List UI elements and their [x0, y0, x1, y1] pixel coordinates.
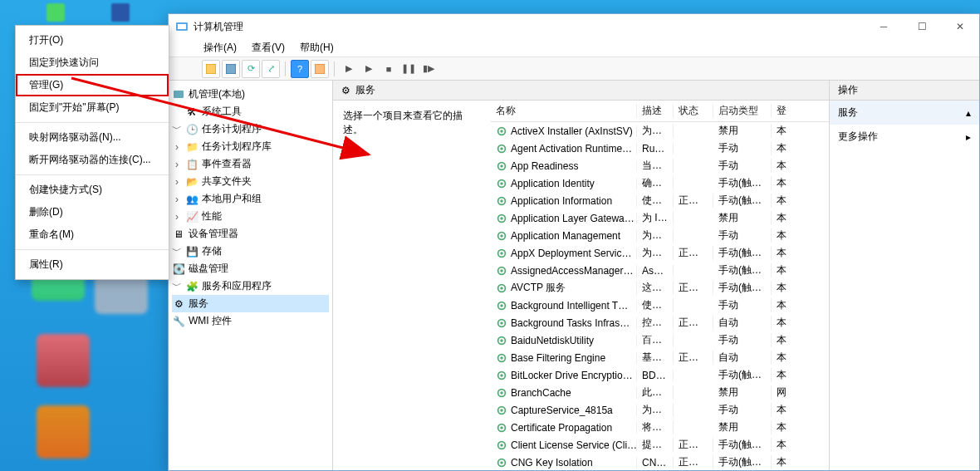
ctx-properties[interactable]: 属性(R): [16, 253, 169, 276]
tree-shared[interactable]: ›📂共享文件夹: [172, 173, 329, 190]
tb-properties[interactable]: [202, 60, 220, 78]
tree-services[interactable]: ⚙服务: [172, 295, 329, 312]
maximize-button[interactable]: ☐: [903, 14, 941, 39]
service-row[interactable]: Application Identity确定…手动(触发…本: [491, 174, 829, 192]
menubar: 操作(A) 查看(V) 帮助(H): [169, 39, 979, 57]
ctx-rename[interactable]: 重命名(M): [16, 223, 169, 246]
menu-action[interactable]: 操作(A): [203, 41, 237, 55]
service-row[interactable]: Agent Activation Runtime…Runt…手动本: [491, 140, 829, 157]
gear-icon: ⚙: [341, 85, 350, 96]
svg-point-32: [500, 339, 503, 342]
tree-tasksched[interactable]: ﹀🕒任务计划程序: [172, 120, 329, 138]
actions-section-services[interactable]: 服务▴: [830, 101, 979, 125]
minimize-button[interactable]: ─: [865, 14, 903, 39]
column-headers[interactable]: 名称 描述 状态 启动类型 登: [491, 101, 829, 122]
ctx-disconnect-net[interactable]: 断开网络驱动器的连接(C)...: [16, 149, 169, 171]
ctx-open[interactable]: 打开(O): [16, 29, 169, 52]
taskbar-icon-wechat: [47, 3, 65, 22]
ctx-pin-start[interactable]: 固定到"开始"屏幕(P): [16, 96, 169, 119]
ctx-create-shortcut[interactable]: 创建快捷方式(S): [16, 179, 169, 201]
tb-pause[interactable]: ❚❚: [399, 60, 418, 78]
service-row[interactable]: AVCTP 服务这是…正在…手动(触发…本: [491, 279, 829, 297]
gear-icon: [496, 230, 507, 242]
tree-tasksched-lib[interactable]: ›📁任务计划程序库: [172, 138, 329, 155]
ctx-delete[interactable]: 删除(D): [16, 201, 169, 223]
svg-point-10: [500, 147, 503, 150]
tree-svcapps[interactable]: ﹀🧩服务和应用程序: [172, 277, 329, 295]
svg-point-8: [500, 130, 503, 133]
tree-diskmgmt[interactable]: 💽磁盘管理: [172, 260, 329, 277]
service-row[interactable]: BranchCache此服…禁用网: [491, 384, 829, 401]
tb-play2[interactable]: ▶: [360, 60, 378, 78]
ctx-sep: [16, 249, 169, 250]
ctx-manage[interactable]: 管理(G): [16, 74, 169, 96]
svg-rect-3: [206, 64, 216, 74]
nav-tree[interactable]: 机管理(本地) 🛠系统工具 ﹀🕒任务计划程序 ›📁任务计划程序库 ›📋事件查看器…: [169, 81, 333, 470]
svg-point-40: [500, 409, 503, 412]
service-row[interactable]: Certificate Propagation将用…禁用本: [491, 419, 829, 436]
service-row[interactable]: Application Layer Gatewa…为 In…禁用本: [491, 209, 829, 227]
actions-more[interactable]: 更多操作▸: [830, 125, 979, 149]
close-button[interactable]: ✕: [941, 14, 979, 39]
service-row[interactable]: BaiduNetdiskUtility百度…手动本: [491, 331, 829, 349]
menu-view[interactable]: 查看(V): [252, 41, 285, 55]
col-logon[interactable]: 登: [772, 104, 786, 118]
tree-storage[interactable]: ﹀💾存储: [172, 243, 329, 260]
tb-views[interactable]: [311, 60, 329, 78]
svg-point-36: [500, 374, 503, 377]
gear-icon: [496, 213, 507, 224]
tb-select[interactable]: [222, 60, 240, 78]
service-row[interactable]: CaptureService_4815a为调…手动本: [491, 401, 829, 419]
col-status[interactable]: 状态: [674, 104, 713, 118]
svg-point-14: [500, 182, 503, 185]
desktop-icon-4[interactable]: [37, 405, 90, 459]
tree-systools[interactable]: 🛠系统工具: [172, 103, 329, 120]
description-text: 选择一个项目来查看它的描述。: [343, 110, 463, 135]
service-row[interactable]: Background Tasks Infras…控制…正在…自动本: [491, 314, 829, 331]
service-row[interactable]: Application Information使用…正在…手动(触发…本: [491, 192, 829, 209]
tree-perf[interactable]: ›📈性能: [172, 208, 329, 225]
tb-play[interactable]: ▶: [340, 60, 358, 78]
service-row[interactable]: Background Intelligent T…使用…手动本: [491, 297, 829, 314]
description-pane: 选择一个项目来查看它的描述。: [333, 101, 491, 470]
services-list[interactable]: 名称 描述 状态 启动类型 登 ActiveX Installer (AxIns…: [491, 101, 829, 470]
col-desc[interactable]: 描述: [637, 104, 674, 118]
svg-point-26: [500, 287, 503, 290]
svg-rect-4: [226, 64, 236, 74]
gear-icon: [496, 178, 507, 189]
tree-root[interactable]: 机管理(本地): [172, 86, 329, 103]
col-startup[interactable]: 启动类型: [713, 104, 772, 118]
tb-stop[interactable]: ■: [380, 60, 398, 78]
gear-icon: [496, 352, 507, 364]
tb-refresh[interactable]: ⟳: [242, 60, 260, 78]
svg-point-30: [500, 321, 503, 325]
svg-rect-2: [178, 24, 186, 29]
service-row[interactable]: App Readiness当用…手动本: [491, 157, 829, 174]
ctx-sep: [16, 122, 169, 123]
service-row[interactable]: BitLocker Drive Encryptio…BDE…手动(触发…本: [491, 366, 829, 384]
tb-help[interactable]: ?: [291, 60, 309, 78]
menu-help[interactable]: 帮助(H): [300, 41, 334, 55]
tb-restart[interactable]: ▮▶: [419, 60, 438, 78]
svg-point-20: [500, 234, 503, 238]
ctx-pin-quick[interactable]: 固定到快速访问: [16, 52, 169, 74]
service-row[interactable]: Client License Service (Cli…提供…正在…手动(触发……: [491, 436, 829, 454]
service-row[interactable]: Base Filtering Engine基本…正在…自动本: [491, 349, 829, 366]
tb-export[interactable]: ⤤: [262, 60, 280, 78]
tree-users[interactable]: ›👥本地用户和组: [172, 190, 329, 208]
titlebar[interactable]: 计算机管理 ─ ☐ ✕: [169, 14, 979, 39]
col-name[interactable]: 名称: [491, 104, 637, 118]
service-row[interactable]: AppX Deployment Servic…为部…正在…手动(触发…本: [491, 244, 829, 262]
service-row[interactable]: ActiveX Installer (AxInstSV)为从…禁用本: [491, 122, 829, 140]
main-panel: ⚙ 服务 选择一个项目来查看它的描述。 名称 描述 状态 启动类型 登 Acti…: [333, 81, 830, 470]
service-row[interactable]: CNG Key IsolationCNG…正在…手动(触发…本: [491, 454, 829, 470]
tree-devmgr[interactable]: 🖥设备管理器: [172, 225, 329, 243]
toolbar: ⟳ ⤤ ? ▶ ▶ ■ ❚❚ ▮▶: [169, 57, 979, 81]
desktop-icon-3[interactable]: [37, 334, 90, 387]
service-row[interactable]: AssignedAccessManager…Assi…手动(触发…本: [491, 262, 829, 279]
tree-wmi[interactable]: 🔧WMI 控件: [172, 312, 329, 330]
tree-eventviewer[interactable]: ›📋事件查看器: [172, 155, 329, 173]
ctx-map-net[interactable]: 映射网络驱动器(N)...: [16, 126, 169, 149]
svg-point-42: [500, 426, 503, 429]
service-row[interactable]: Application Management为通…手动本: [491, 227, 829, 244]
